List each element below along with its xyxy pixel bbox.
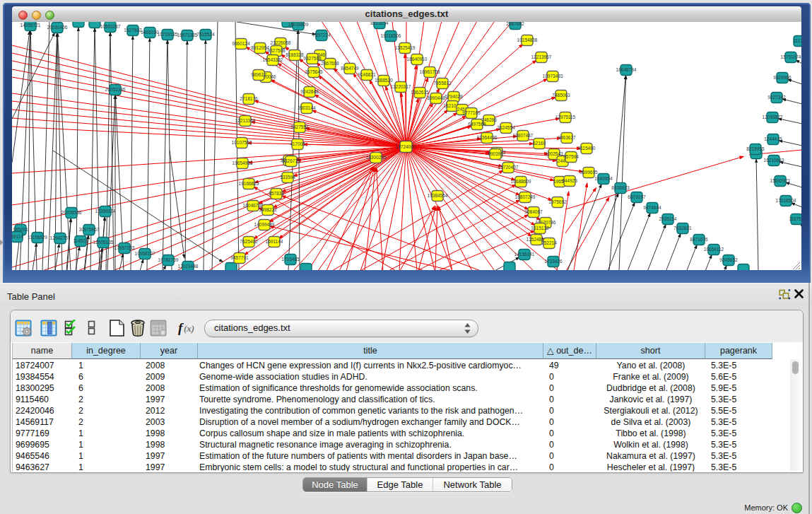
- svg-text:21364436: 21364436: [477, 135, 498, 140]
- svg-text:9329966: 9329966: [773, 75, 792, 80]
- svg-text:9474444: 9474444: [643, 205, 661, 210]
- svg-text:7625402: 7625402: [240, 239, 258, 244]
- svg-text:1640954: 1640954: [594, 176, 613, 181]
- svg-text:3624554: 3624554: [497, 125, 515, 130]
- svg-text:8471676: 8471676: [690, 237, 708, 242]
- svg-text:116753: 116753: [789, 216, 801, 221]
- svg-text:8215955: 8215955: [746, 146, 765, 151]
- svg-text:417005: 417005: [290, 141, 305, 146]
- svg-text:9227342: 9227342: [767, 95, 786, 100]
- svg-text:9457791: 9457791: [230, 255, 249, 260]
- svg-text:20206536: 20206536: [61, 210, 82, 215]
- svg-text:19166825: 19166825: [239, 181, 259, 186]
- svg-text:9327508: 9327508: [267, 48, 286, 53]
- svg-text:9115460: 9115460: [578, 146, 596, 151]
- svg-text:26053346: 26053346: [105, 87, 126, 92]
- svg-text:990391: 990391: [488, 151, 503, 156]
- svg-text:1362615: 1362615: [411, 90, 429, 95]
- svg-text:18724007: 18724007: [396, 144, 416, 149]
- svg-text:12505135: 12505135: [93, 240, 114, 245]
- svg-text:2935114: 2935114: [659, 216, 677, 221]
- svg-text:19218506: 19218506: [381, 33, 401, 38]
- svg-text:13525419: 13525419: [395, 45, 416, 50]
- svg-text:10688609: 10688609: [511, 179, 531, 184]
- svg-text:16782759: 16782759: [158, 257, 179, 262]
- svg-text:9245652: 9245652: [719, 257, 738, 262]
- svg-text:2867608: 2867608: [321, 61, 339, 66]
- svg-text:944923: 944923: [562, 178, 577, 183]
- svg-text:11178: 11178: [793, 38, 801, 43]
- svg-text:7357224: 7357224: [312, 33, 331, 37]
- svg-text:12023448: 12023448: [178, 264, 199, 269]
- svg-text:1244415: 1244415: [764, 136, 782, 141]
- svg-text:9463627: 9463627: [558, 135, 576, 140]
- svg-text:6879197: 6879197: [628, 194, 646, 199]
- svg-text:9327508: 9327508: [303, 56, 322, 61]
- svg-text:9146821: 9146821: [358, 72, 376, 77]
- svg-text:7955812: 7955812: [433, 81, 452, 86]
- svg-text:989612: 989612: [251, 72, 266, 77]
- svg-text:10973493: 10973493: [543, 74, 563, 78]
- svg-text:1733426: 1733426: [544, 259, 563, 264]
- svg-text:16543382: 16543382: [263, 57, 283, 62]
- svg-text:9777169: 9777169: [462, 110, 481, 115]
- svg-text:10107553: 10107553: [232, 140, 252, 145]
- svg-text:2803144: 2803144: [298, 105, 316, 110]
- svg-text:9699695: 9699695: [579, 170, 598, 175]
- svg-text:1527602: 1527602: [124, 28, 142, 33]
- svg-text:1615132: 1615132: [531, 226, 549, 230]
- svg-text:10958107: 10958107: [135, 251, 155, 256]
- svg-text:14099489: 14099489: [254, 222, 275, 227]
- svg-text:533594: 533594: [280, 175, 295, 180]
- svg-text:16648784: 16648784: [616, 67, 637, 72]
- svg-text:12093872: 12093872: [763, 115, 783, 119]
- svg-text:19384554: 19384554: [428, 193, 448, 198]
- svg-text:1975692: 1975692: [548, 199, 567, 204]
- svg-text:7632621: 7632621: [673, 226, 692, 230]
- svg-text:39114: 39114: [12, 234, 23, 239]
- svg-text:11156829: 11156829: [28, 235, 47, 240]
- svg-text:114519: 114519: [73, 238, 88, 243]
- svg-text:18300295: 18300295: [366, 155, 387, 160]
- svg-text:6794028: 6794028: [445, 94, 463, 99]
- svg-text:2718176: 2718176: [240, 96, 258, 101]
- svg-text:19654985: 19654985: [233, 160, 253, 165]
- svg-text:23226058: 23226058: [271, 40, 291, 45]
- svg-text:957594: 957594: [563, 154, 579, 159]
- svg-text:1588520: 1588520: [375, 78, 393, 83]
- svg-text:2887682: 2887682: [506, 22, 524, 26]
- svg-text:13220317: 13220317: [391, 84, 411, 89]
- svg-text:12942757: 12942757: [50, 235, 71, 240]
- svg-text:16961758: 16961758: [420, 69, 440, 74]
- svg-text:16671385: 16671385: [177, 33, 198, 37]
- svg-text:3675645: 3675645: [305, 69, 323, 74]
- svg-text:(x): (x): [184, 323, 194, 334]
- svg-text:f: f: [178, 320, 184, 335]
- svg-text:7515524: 7515524: [196, 32, 215, 37]
- svg-text:7485063: 7485063: [552, 93, 570, 98]
- svg-text:30975867: 30975867: [79, 227, 100, 232]
- svg-text:12213967: 12213967: [531, 54, 552, 59]
- svg-text:17957253: 17957253: [114, 245, 135, 250]
- svg-text:9860124: 9860124: [232, 41, 250, 46]
- svg-text:1716485: 1716485: [281, 257, 300, 262]
- svg-text:8427552: 8427552: [290, 124, 309, 129]
- svg-text:18807249: 18807249: [515, 194, 536, 199]
- svg-text:17016504: 17016504: [776, 198, 796, 203]
- svg-text:12975115: 12975115: [555, 115, 576, 119]
- svg-text:8938923: 8938923: [611, 185, 630, 190]
- svg-text:8454749: 8454749: [341, 66, 359, 71]
- svg-text:15720407: 15720407: [498, 165, 519, 170]
- svg-text:14136141: 14136141: [514, 252, 535, 257]
- svg-text:5326713: 5326713: [282, 158, 300, 163]
- svg-text:1691144: 1691144: [266, 239, 283, 244]
- svg-text:20091406: 20091406: [47, 25, 68, 30]
- svg-text:10807487: 10807487: [513, 133, 534, 138]
- svg-text:62160: 62160: [533, 141, 546, 146]
- svg-text:8186328: 8186328: [286, 52, 304, 57]
- svg-text:10154808: 10154808: [517, 37, 538, 42]
- svg-text:10553287: 10553287: [100, 24, 121, 29]
- svg-text:16210643: 16210643: [764, 158, 784, 163]
- svg-text:15692971: 15692971: [770, 178, 791, 183]
- svg-text:6466160: 6466160: [141, 30, 159, 35]
